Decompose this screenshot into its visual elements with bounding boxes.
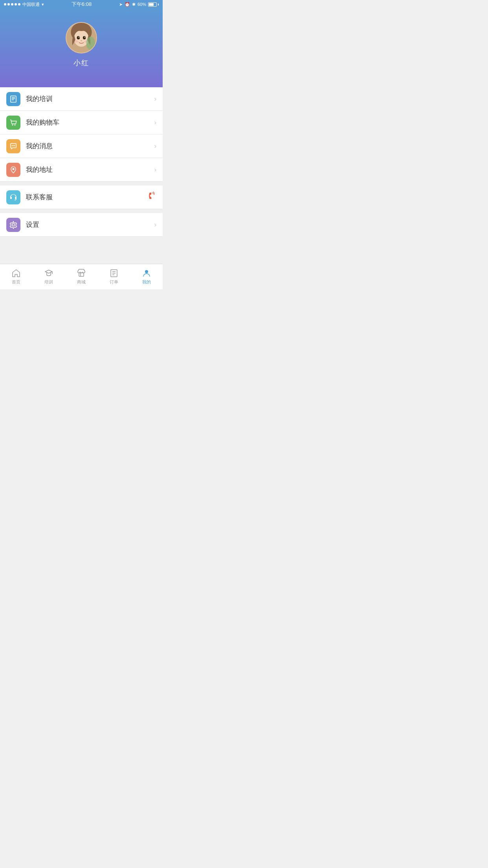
cart-icon — [6, 116, 20, 130]
location-icon: ➤ — [119, 2, 123, 7]
status-bar: 中国联通 ▾ 下午6:08 ➤ ⏰ ✱ 60% — [0, 0, 163, 9]
training-tab-label: 培训 — [44, 279, 53, 285]
home-tab-icon — [11, 268, 21, 278]
svg-point-18 — [13, 145, 14, 146]
menu-item-message[interactable]: 我的消息 › — [0, 134, 163, 158]
settings-icon — [6, 218, 20, 232]
service-label: 联系客服 — [26, 193, 146, 202]
svg-point-17 — [12, 145, 13, 146]
alarm-icon: ⏰ — [125, 2, 130, 7]
training-icon — [6, 92, 20, 106]
menu-item-cart[interactable]: 我的购物车 › — [0, 111, 163, 134]
profile-header: 小红 — [0, 9, 163, 87]
menu-item-service[interactable]: 联系客服 — [0, 186, 163, 209]
menu-list-group3: 设置 › — [0, 213, 163, 237]
menu-list-group1: 我的培训 › 我的购物车 › 我的消息 › — [0, 87, 163, 182]
training-label: 我的培训 — [26, 94, 154, 103]
svg-point-15 — [12, 124, 13, 125]
status-time: 下午6:08 — [72, 1, 92, 8]
wifi-icon: ▾ — [42, 2, 44, 7]
svg-point-8 — [75, 40, 79, 43]
tab-item-orders[interactable]: 订单 — [97, 264, 130, 289]
svg-point-19 — [14, 145, 15, 146]
carrier-label: 中国联通 — [22, 2, 40, 7]
svg-point-21 — [12, 224, 15, 226]
settings-chevron: › — [154, 221, 156, 228]
orders-tab-icon — [109, 268, 119, 278]
menu-separator-1 — [0, 182, 163, 186]
status-left: 中国联通 ▾ — [4, 2, 44, 7]
tab-item-training[interactable]: 培训 — [33, 264, 65, 289]
message-icon — [6, 139, 20, 153]
svg-point-3 — [77, 36, 80, 40]
address-chevron: › — [154, 166, 156, 173]
tab-bar: 首页 培训 商城 订单 我的 — [0, 264, 163, 289]
svg-point-10 — [86, 37, 95, 50]
menu-list-group2: 联系客服 — [0, 186, 163, 209]
shop-tab-icon — [77, 268, 86, 278]
cart-label: 我的购物车 — [26, 118, 154, 127]
menu-separator-2 — [0, 209, 163, 213]
svg-point-6 — [84, 37, 85, 37]
training-chevron: › — [154, 96, 156, 103]
cart-chevron: › — [154, 119, 156, 126]
training-tab-icon — [44, 268, 53, 278]
message-label: 我的消息 — [26, 142, 154, 151]
menu-item-training[interactable]: 我的培训 › — [0, 87, 163, 111]
orders-tab-label: 订单 — [110, 279, 118, 285]
mine-tab-icon — [142, 268, 151, 278]
message-chevron: › — [154, 143, 156, 150]
battery-percent: 60% — [138, 2, 146, 7]
shop-tab-label: 商城 — [77, 279, 86, 285]
address-icon — [6, 163, 20, 177]
tab-item-shop[interactable]: 商城 — [65, 264, 98, 289]
svg-point-4 — [83, 36, 86, 40]
mine-tab-label: 我的 — [142, 279, 151, 285]
service-icon — [6, 190, 20, 204]
settings-label: 设置 — [26, 220, 154, 229]
svg-point-20 — [13, 168, 15, 170]
svg-point-16 — [15, 124, 16, 125]
phone-icon — [146, 191, 156, 204]
home-tab-label: 首页 — [12, 279, 20, 285]
avatar[interactable] — [66, 22, 97, 53]
status-right: ➤ ⏰ ✱ 60% — [119, 2, 159, 7]
svg-rect-23 — [79, 273, 84, 276]
signal-dots — [4, 3, 20, 6]
menu-item-address[interactable]: 我的地址 › — [0, 158, 163, 182]
svg-point-5 — [79, 37, 79, 37]
tab-item-mine[interactable]: 我的 — [130, 264, 163, 289]
address-label: 我的地址 — [26, 165, 154, 174]
battery-icon — [148, 2, 159, 7]
svg-point-29 — [145, 270, 148, 273]
username-label: 小红 — [73, 58, 89, 68]
menu-item-settings[interactable]: 设置 › — [0, 213, 163, 237]
svg-point-7 — [81, 40, 82, 41]
tab-item-home[interactable]: 首页 — [0, 264, 33, 289]
svg-rect-11 — [11, 96, 16, 102]
bluetooth-icon: ✱ — [132, 2, 136, 7]
